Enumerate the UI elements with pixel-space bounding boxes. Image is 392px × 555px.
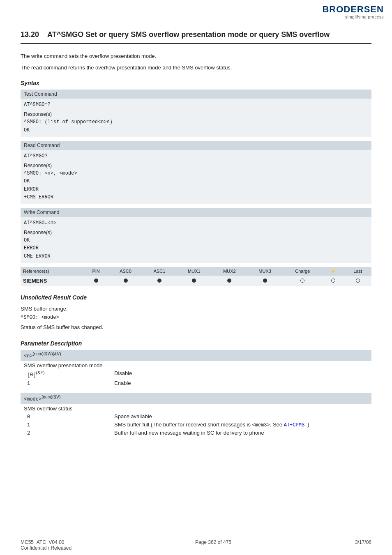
param-title: Parameter Description <box>21 340 371 347</box>
read-command-header-row: Read Command <box>21 141 371 150</box>
dot-asc1-filled <box>157 279 161 283</box>
ref-dot-mux1 <box>176 276 212 286</box>
test-command-response-1: ^SMGO: (list of supported<n>s) <box>24 118 368 126</box>
param-mode-header: <mode>(num)(&V) <box>21 393 371 404</box>
param-mode-name: <mode> <box>24 396 42 402</box>
ref-col-asc0: ASC0 <box>108 267 142 276</box>
param-mode-val-1-key: 1 <box>21 421 111 429</box>
write-command-response-label: Response(s) <box>24 229 368 237</box>
param-mode-label: SMS overflow status <box>21 404 371 412</box>
urc-buffer-label: SMS buffer change: <box>21 304 371 313</box>
urc-code: ^SMGO: <mode> <box>21 313 371 322</box>
logo-sub: simplifying process <box>322 15 384 19</box>
dot-last-empty <box>356 279 360 283</box>
param-n-val-0-code: [0] <box>27 373 36 378</box>
write-command-content: AT^SMGO=<n> Response(s) OK ERROR CME ERR… <box>21 217 371 263</box>
param-n-label-row: SMS overflow presentation mode <box>21 361 371 369</box>
section-title: AT^SMGO Set or query SMS overflow presen… <box>47 30 330 39</box>
ref-dot-last <box>344 276 371 286</box>
param-mode-val-2-key: 2 <box>21 429 111 437</box>
test-command-header-row: Test Command <box>21 90 371 99</box>
param-n-val-0-key: [0](&F) <box>21 369 111 379</box>
ref-dot-icon <box>323 276 344 286</box>
read-command-response-3: ERROR <box>24 186 368 193</box>
dot-icon-empty <box>331 279 335 283</box>
param-mode-value-0: 0 Space available <box>21 412 371 421</box>
ref-col-charge: Charge <box>283 267 323 276</box>
param-mode-value-1: 1 SMS buffer full (The buffer for receiv… <box>21 421 371 429</box>
reference-table: Reference(s) PIN ASC0 ASC1 MUX1 MUX2 MUX… <box>21 267 371 286</box>
param-n-val-0-sup: (&F) <box>36 370 45 375</box>
param-mode-table: <mode>(num)(&V) SMS overflow status 0 Sp… <box>21 393 371 437</box>
read-command-response-2: OK <box>24 177 368 185</box>
ref-col-mux1: MUX1 <box>176 267 212 276</box>
param-mode-val-0-code: 0 <box>27 414 30 420</box>
param-mode-val-1-code: 1 <box>27 422 30 428</box>
ref-dot-mux3 <box>247 276 283 286</box>
footer-center: Page 362 of 475 <box>195 539 231 551</box>
write-command-content-row: AT^SMGO=<n> Response(s) OK ERROR CME ERR… <box>21 217 371 263</box>
section-heading: 13.20 AT^SMGO Set or query SMS overflow … <box>21 30 371 44</box>
logo-area: BRODERSEN simplifying process <box>322 4 384 19</box>
param-n-label: SMS overflow presentation mode <box>21 361 371 369</box>
ref-col-last: Last <box>344 267 371 276</box>
logo-text: BRODERSEN <box>322 4 384 15</box>
read-command-response-1: ^SMGO: <n>, <mode> <box>24 170 368 177</box>
ref-dot-pin <box>83 276 108 286</box>
dot-charge-empty <box>300 279 304 283</box>
ref-col-pin: PIN <box>83 267 108 276</box>
dot-mux3-filled <box>263 279 267 283</box>
ref-col-mux2: MUX2 <box>212 267 247 276</box>
reference-data-row: SIEMENS <box>21 276 371 286</box>
write-command-table: Write Command AT^SMGO=<n> Response(s) OK… <box>21 208 371 263</box>
ref-dot-asc1 <box>143 276 176 286</box>
description-2: The read command returns the overflow pr… <box>21 64 371 72</box>
ref-col-icon: ⚡ <box>323 267 344 276</box>
write-command-response-2: ERROR <box>24 244 368 252</box>
test-command-cmd: AT^SMGO=? <box>24 101 368 109</box>
test-command-response-label: Response(s) <box>24 111 368 118</box>
urc-title: Unsolicited Result Code <box>21 294 371 301</box>
mem3-code: <mem3> <box>252 422 270 428</box>
dot-mux2-filled <box>227 279 231 283</box>
urc-section: Unsolicited Result Code SMS buffer chang… <box>21 294 371 332</box>
test-command-response-2: OK <box>24 127 368 134</box>
param-mode-val-2-desc: Buffer full and new message waiting in S… <box>111 429 371 437</box>
param-mode-superscript: (num)(&V) <box>42 395 60 399</box>
param-n-table: <n>(num)(&W)(&V) SMS overflow presentati… <box>21 350 371 387</box>
param-n-name: <n> <box>24 353 33 359</box>
param-n-val-1-desc: Enable <box>111 379 371 387</box>
param-n-value-1: 1 Enable <box>21 379 371 387</box>
footer-right: 3/17/06 <box>355 539 371 551</box>
ref-dot-mux2 <box>212 276 247 286</box>
test-command-header: Test Command <box>21 90 371 99</box>
param-section: Parameter Description <n>(num)(&W)(&V) S… <box>21 340 371 437</box>
atcpms-code: AT+CPMS. <box>284 422 308 428</box>
syntax-title: Syntax <box>21 80 371 86</box>
param-mode-val-0-key: 0 <box>21 412 111 421</box>
main-content: 13.20 AT^SMGO Set or query SMS overflow … <box>0 22 392 459</box>
param-mode-val-2-code: 2 <box>27 431 30 436</box>
description-1: The write command sets the overflow pres… <box>21 52 371 60</box>
reference-header-row: Reference(s) PIN ASC0 ASC1 MUX1 MUX2 MUX… <box>21 267 371 276</box>
param-mode-val-0-desc: Space available <box>111 412 371 421</box>
footer-doc: MC55_ATC_V04.00 <box>21 539 71 545</box>
ref-col-label: Reference(s) <box>21 267 83 276</box>
read-command-table: Read Command AT^SMGO? Response(s) ^SMGO:… <box>21 141 371 204</box>
read-command-content: AT^SMGO? Response(s) ^SMGO: <n>, <mode> … <box>21 150 371 204</box>
read-command-content-row: AT^SMGO? Response(s) ^SMGO: <n>, <mode> … <box>21 150 371 204</box>
param-n-val-1-code: 1 <box>27 381 30 387</box>
urc-description: Status of SMS buffer has changed. <box>21 322 371 332</box>
dot-asc0-filled <box>124 279 128 283</box>
dot-pin-filled <box>94 279 98 283</box>
ref-dot-asc0 <box>108 276 142 286</box>
param-n-superscript: (num)(&W)(&V) <box>33 352 61 356</box>
footer-left: MC55_ATC_V04.00 Confidential / Released <box>21 539 71 551</box>
ref-dot-charge <box>283 276 323 286</box>
page-footer: MC55_ATC_V04.00 Confidential / Released … <box>0 535 392 555</box>
write-command-header: Write Command <box>21 208 371 217</box>
read-command-header: Read Command <box>21 141 371 150</box>
read-command-response-label: Response(s) <box>24 162 368 170</box>
test-command-content: AT^SMGO=? Response(s) ^SMGO: (list of su… <box>21 99 371 137</box>
param-n-header-row: <n>(num)(&W)(&V) <box>21 350 371 361</box>
